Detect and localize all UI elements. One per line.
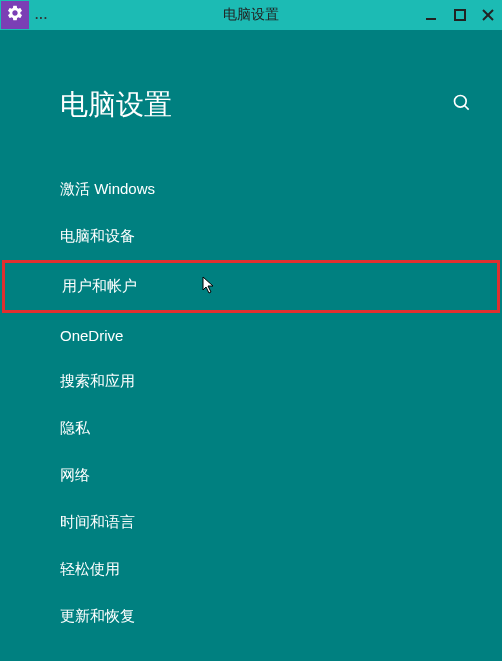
nav-item-pc-devices[interactable]: 电脑和设备	[0, 213, 502, 260]
page-title: 电脑设置	[60, 86, 172, 124]
window-controls	[424, 7, 496, 23]
nav-item-label: 电脑和设备	[60, 227, 135, 244]
nav-item-label: 隐私	[60, 419, 90, 436]
nav-item-activate-windows[interactable]: 激活 Windows	[0, 166, 502, 213]
nav-item-label: 时间和语言	[60, 513, 135, 530]
header-row: 电脑设置	[0, 86, 502, 124]
nav-item-network[interactable]: 网络	[0, 452, 502, 499]
minimize-button[interactable]	[424, 7, 440, 23]
nav-item-label: 用户和帐户	[62, 277, 137, 294]
close-button[interactable]	[480, 7, 496, 23]
nav-item-users-accounts[interactable]: 用户和帐户	[2, 260, 500, 313]
svg-rect-1	[455, 10, 465, 20]
nav-item-label: 网络	[60, 466, 90, 483]
nav-item-onedrive[interactable]: OneDrive	[0, 313, 502, 358]
nav-item-label: OneDrive	[60, 327, 123, 344]
nav-item-label: 搜索和应用	[60, 372, 135, 389]
settings-nav-list: 激活 Windows 电脑和设备 用户和帐户 OneDrive 搜索和应用 隐私…	[0, 166, 502, 640]
nav-item-ease-of-access[interactable]: 轻松使用	[0, 546, 502, 593]
window-title: 电脑设置	[223, 6, 279, 24]
nav-item-search-apps[interactable]: 搜索和应用	[0, 358, 502, 405]
nav-item-label: 激活 Windows	[60, 180, 155, 197]
nav-item-time-language[interactable]: 时间和语言	[0, 499, 502, 546]
titlebar: ... 电脑设置	[0, 0, 502, 30]
app-icon-box	[1, 1, 29, 29]
nav-item-update-recovery[interactable]: 更新和恢复	[0, 593, 502, 640]
cursor-icon	[202, 276, 216, 294]
titlebar-menu-dots[interactable]: ...	[35, 8, 48, 22]
nav-item-label: 更新和恢复	[60, 607, 135, 624]
svg-line-5	[465, 106, 469, 110]
search-icon[interactable]	[452, 93, 472, 117]
content-area: 电脑设置 激活 Windows 电脑和设备 用户和帐户 OneDrive 搜索和…	[0, 30, 502, 640]
maximize-button[interactable]	[452, 7, 468, 23]
gear-icon	[6, 4, 24, 26]
nav-item-privacy[interactable]: 隐私	[0, 405, 502, 452]
svg-point-4	[455, 96, 467, 108]
svg-rect-0	[426, 18, 436, 20]
nav-item-label: 轻松使用	[60, 560, 120, 577]
